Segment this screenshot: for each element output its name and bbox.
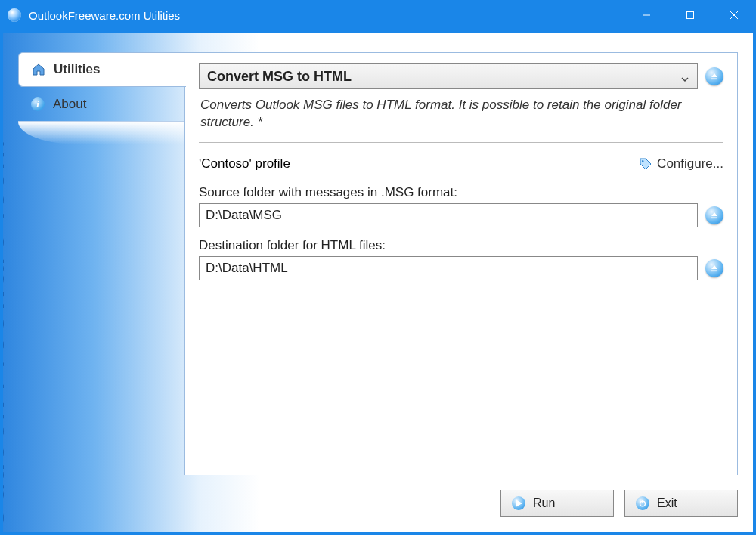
destination-folder-input[interactable] bbox=[199, 256, 698, 280]
svg-rect-7 bbox=[711, 270, 717, 271]
svg-rect-6 bbox=[711, 217, 717, 218]
utility-name: Convert MSG to HTML bbox=[207, 69, 352, 85]
browse-destination-button[interactable] bbox=[705, 259, 723, 277]
destination-folder-label: Destination folder for HTML files: bbox=[199, 238, 723, 253]
utility-description: Converts Outlook MSG files to HTML forma… bbox=[199, 92, 723, 143]
exit-button[interactable]: Exit bbox=[624, 490, 738, 517]
minimize-icon bbox=[642, 11, 651, 20]
watermark: Outlook Freeware .com bbox=[3, 139, 12, 532]
source-folder-label: Source folder with messages in .MSG form… bbox=[199, 185, 723, 200]
profile-label: 'Contoso' profile bbox=[199, 156, 290, 172]
svg-point-5 bbox=[642, 160, 643, 162]
app-icon bbox=[8, 8, 21, 22]
svg-rect-1 bbox=[687, 12, 694, 19]
window-title: OutlookFreeware.com Utilities bbox=[29, 9, 180, 22]
eject-icon bbox=[710, 264, 719, 273]
browse-source-button[interactable] bbox=[705, 206, 723, 224]
source-folder-input[interactable] bbox=[199, 203, 698, 227]
run-button[interactable]: Run bbox=[500, 490, 614, 517]
power-icon bbox=[636, 496, 649, 510]
sidebar-item-utilities[interactable]: Utilities bbox=[18, 52, 186, 87]
minimize-button[interactable] bbox=[624, 0, 668, 30]
close-button[interactable] bbox=[712, 0, 756, 30]
chevron-down-icon bbox=[680, 72, 689, 81]
close-icon bbox=[730, 11, 739, 20]
maximize-icon bbox=[686, 11, 695, 20]
tag-icon bbox=[639, 157, 652, 171]
utility-select[interactable]: Convert MSG to HTML bbox=[199, 63, 698, 89]
svg-rect-4 bbox=[711, 79, 717, 80]
info-icon: i bbox=[30, 97, 45, 112]
bottom-bar: Run Exit bbox=[500, 490, 738, 517]
play-icon bbox=[512, 496, 525, 510]
home-icon bbox=[31, 62, 46, 77]
source-folder-group: Source folder with messages in .MSG form… bbox=[199, 185, 723, 227]
main-panel: Convert MSG to HTML Converts Outlook MSG… bbox=[184, 52, 738, 475]
exit-label: Exit bbox=[657, 496, 677, 510]
eject-icon bbox=[710, 72, 719, 81]
configure-label: Configure... bbox=[657, 156, 723, 172]
titlebar: OutlookFreeware.com Utilities bbox=[0, 0, 756, 30]
sidebar-item-label: Utilities bbox=[54, 62, 100, 77]
configure-link[interactable]: Configure... bbox=[639, 156, 723, 172]
run-label: Run bbox=[533, 496, 555, 510]
sidebar: Utilities i About bbox=[18, 52, 184, 144]
sidebar-item-about[interactable]: i About bbox=[18, 87, 184, 122]
collapse-panel-button[interactable] bbox=[705, 67, 723, 85]
sidebar-item-label: About bbox=[53, 97, 86, 112]
maximize-button[interactable] bbox=[668, 0, 712, 30]
eject-icon bbox=[710, 211, 719, 220]
client-area: Outlook Freeware .com Utilities i About bbox=[3, 33, 753, 532]
destination-folder-group: Destination folder for HTML files: bbox=[199, 238, 723, 280]
